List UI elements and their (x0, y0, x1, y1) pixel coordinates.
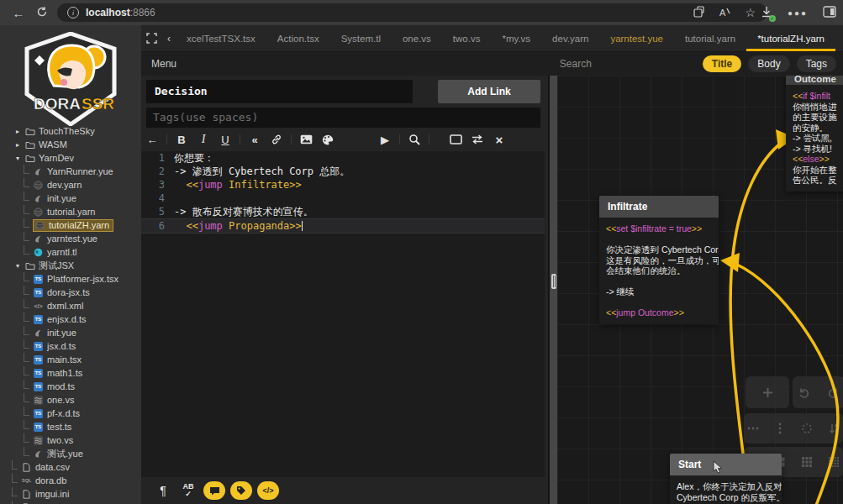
chevron-right-icon[interactable]: ▸ (13, 128, 22, 135)
back-icon[interactable]: ← (7, 6, 30, 20)
chevron-right-icon[interactable]: ▸ (13, 141, 22, 149)
zoom-grid4-icon[interactable] (825, 457, 843, 467)
tree-file-yarnrunner-yue[interactable]: YarnRunner.yue (0, 165, 141, 178)
link-icon[interactable] (266, 128, 287, 151)
tree-file-yarntl-tl[interactable]: yarntl.tl (0, 245, 141, 259)
zoom-grid3-icon[interactable] (798, 457, 816, 467)
code-line-4[interactable]: 4 (141, 192, 545, 205)
tree-file-yarntest-yue[interactable]: yarntest.yue (0, 232, 141, 245)
scroll-tabs-left-icon[interactable]: ‹ (162, 25, 176, 51)
node-title-input[interactable]: Decision (146, 80, 413, 103)
code-editor[interactable]: 1你想要：2-> 渗透到 Cybertech Corp 总部。3 <<jump … (141, 151, 545, 504)
tree-file-data-csv[interactable]: data.csv (0, 460, 141, 474)
splitter-grip-icon[interactable] (551, 274, 556, 289)
panel-splitter[interactable] (550, 76, 557, 504)
tab-tutorial-yarn[interactable]: tutorial.yarn (674, 25, 746, 51)
toggle-tags[interactable]: Tags (797, 55, 836, 72)
node-outcome-title[interactable]: Outcome (786, 76, 843, 85)
tree-file-imgui-ini[interactable]: imgui.ini (0, 487, 141, 501)
menu-button[interactable]: Menu (141, 58, 177, 70)
tree-file-dora-jsx-ts[interactable]: TSdora-jsx.ts (0, 286, 141, 299)
tree-file-tutorial-yarn[interactable]: tutorial.yarn (0, 205, 141, 218)
tree-file-jsx-d-ts[interactable]: TSjsx.d.ts (0, 339, 141, 353)
tree-file-platformer-jsx-tsx[interactable]: TSPlatformer-jsx.tsx (0, 272, 141, 286)
dots-horizontal-icon[interactable] (744, 427, 762, 430)
tree-folder-测试jsx[interactable]: ▾测试JSX (0, 259, 141, 272)
tree-file-dora-db[interactable]: SQLdora.db (0, 474, 141, 487)
code-line-6[interactable]: 6 <<jump Propaganda>> (141, 218, 545, 234)
add-node-button[interactable] (746, 376, 789, 408)
tab-action-tsx[interactable]: Action.tsx (266, 25, 330, 51)
chevron-down-icon[interactable]: ▾ (13, 262, 22, 270)
node-outcome[interactable]: Outcome <<if $infilt你悄悄地进的主要设施的安静。-> 尝试黑… (786, 76, 843, 192)
chat-bubble-icon[interactable] (203, 481, 225, 500)
tag-icon[interactable] (230, 481, 252, 500)
tab-xceltesttsx-tsx[interactable]: xcelTestTSX.tsx (176, 25, 266, 51)
sort-icon[interactable] (825, 423, 843, 434)
tree-file-tutorialzh-yarn[interactable]: tutorialZH.yarn (0, 218, 141, 232)
tree-file-init-yue[interactable]: init.yue (0, 326, 141, 339)
fullscreen-icon[interactable] (141, 25, 162, 51)
bold-icon[interactable]: B (171, 128, 192, 151)
sidebar-panel-icon[interactable] (823, 6, 836, 20)
frame-icon[interactable] (445, 128, 466, 151)
dots-vertical-icon[interactable] (771, 423, 789, 434)
tab-dev-yarn[interactable]: dev.yarn (541, 25, 599, 51)
play-icon[interactable]: ▶ (374, 128, 396, 151)
search-icon[interactable] (403, 128, 425, 151)
tags-input[interactable]: Tags(use spaces) (146, 108, 540, 128)
tab-two-vs[interactable]: two.vs (442, 25, 492, 51)
tree-file-clipped[interactable] (0, 501, 141, 504)
tree-file-math1-ts[interactable]: TSmath1.ts (0, 366, 141, 380)
tree-file-two-vs[interactable]: two.vs (0, 433, 141, 447)
node-start[interactable]: Start Alex，你终于决定加入反对Cybertech Corp 的反叛军。… (670, 454, 782, 504)
tree-file-test-ts[interactable]: TStest.ts (0, 420, 141, 433)
tree-folder-wasm[interactable]: ▸WASM (0, 138, 141, 151)
undo-icon[interactable] (794, 387, 814, 398)
pilcrow-icon[interactable]: ¶ (153, 484, 173, 497)
tab--my-vs[interactable]: *my.vs (491, 25, 541, 51)
double-chevron-left-icon[interactable]: « (244, 128, 266, 151)
code-line-2[interactable]: 2-> 渗透到 Cybertech Corp 总部。 (141, 165, 545, 178)
dashed-circle-icon[interactable] (798, 423, 816, 434)
tree-file-main-tsx[interactable]: TSmain.tsx (0, 353, 141, 366)
spellcheck-icon[interactable]: AB✓ (178, 483, 198, 498)
node-start-title[interactable]: Start (670, 454, 782, 475)
toggle-title[interactable]: Title (703, 55, 741, 72)
italic-icon[interactable]: I (192, 128, 214, 151)
add-link-button[interactable]: Add Link (438, 80, 540, 103)
node-graph-panel[interactable]: Outcome <<if $infilt你悄悄地进的主要设施的安静。-> 尝试黑… (557, 76, 843, 504)
refresh-icon[interactable] (30, 6, 54, 20)
tree-folder-yarndev[interactable]: ▾YarnDev (0, 151, 141, 165)
info-icon[interactable]: i (67, 7, 79, 18)
favorite-star-icon[interactable]: ☆ (745, 6, 756, 19)
search-input[interactable] (560, 58, 661, 70)
tab-system-tl[interactable]: System.tl (330, 25, 392, 51)
download-icon[interactable]: ✓ (761, 6, 772, 20)
split-screen-icon[interactable] (693, 6, 705, 20)
more-menu-icon[interactable]: ●●● (788, 8, 808, 18)
tree-file-dev-yarn[interactable]: dev.yarn (0, 178, 141, 192)
tab-yarntest-yue[interactable]: yarntest.yue (599, 25, 674, 51)
close-icon[interactable]: × (488, 128, 510, 151)
tree-file-测试-yue[interactable]: 测试.yue (0, 447, 141, 460)
code-line-3[interactable]: 3 <<jump Infiltrate>> (141, 178, 545, 192)
tree-file-one-vs[interactable]: one.vs (0, 393, 141, 407)
swap-icon[interactable] (466, 128, 488, 151)
node-infiltrate[interactable]: Infiltrate <<set $infiltrate = true>> 你决… (599, 196, 719, 324)
tree-file-init-yue[interactable]: init.yue (0, 192, 141, 205)
read-aloud-icon[interactable]: A (719, 6, 731, 20)
tree-file-dxml-xml[interactable]: </>dxml.xml (0, 299, 141, 312)
tree-file-enjsx-d-ts[interactable]: TSenjsx.d.ts (0, 312, 141, 326)
code-line-1[interactable]: 1你想要： (141, 151, 545, 165)
underline-icon[interactable]: U (214, 128, 236, 151)
tab-one-vs[interactable]: one.vs (392, 25, 442, 51)
back-icon[interactable]: ← (141, 128, 163, 151)
tree-file-pf-x-d-ts[interactable]: TSpf-x.d.ts (0, 407, 141, 420)
code-icon[interactable]: </> (257, 481, 279, 500)
image-icon[interactable] (295, 128, 317, 151)
code-line-5[interactable]: 5-> 散布反对赛博技术的宣传。 (141, 205, 545, 218)
node-infiltrate-title[interactable]: Infiltrate (599, 196, 719, 218)
toggle-body[interactable]: Body (748, 55, 789, 72)
tree-folder-touchthesky[interactable]: ▸TouchTheSky (0, 124, 141, 138)
